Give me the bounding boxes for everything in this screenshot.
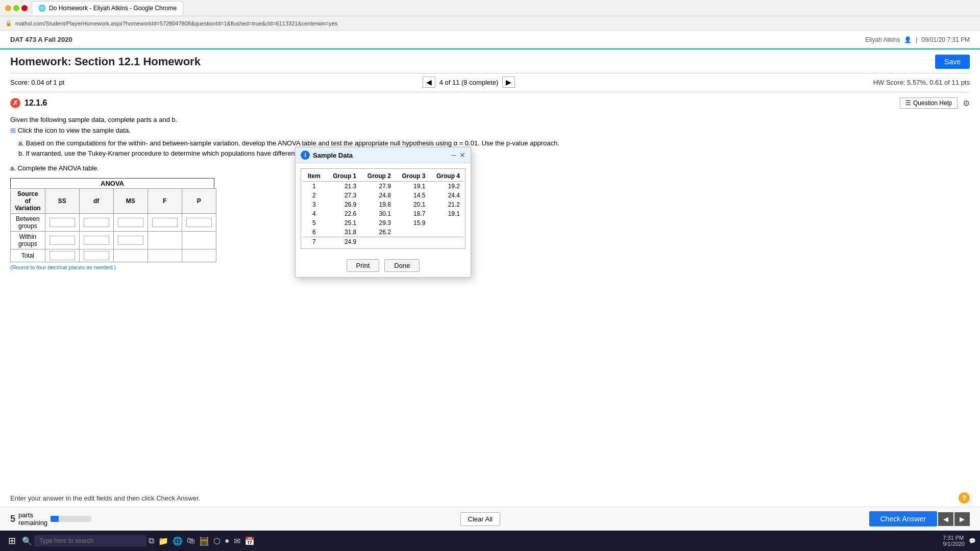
modal-controls: ─ ✕	[451, 151, 465, 159]
table-row: Total	[11, 249, 216, 262]
sample-table-header-row: Item Group 1 Group 2 Group 3 Group 4	[303, 171, 463, 182]
notification-icon[interactable]: 💬	[969, 538, 976, 544]
col-p: P	[182, 188, 216, 213]
tab-title: Do Homework - Eliyah Atkins - Google Chr…	[49, 5, 177, 12]
course-title: DAT 473 A Fall 2020	[10, 36, 72, 43]
sample-cell-2-4: 21.2	[428, 200, 463, 209]
within-df-input[interactable]	[84, 236, 109, 245]
hw-header: Homework: Section 12.1 Homework Save	[10, 55, 970, 69]
score-value: 0.04 of 1 pt	[31, 79, 64, 86]
total-p-empty	[182, 249, 216, 262]
nav-controls: ◀ 4 of 11 (8 complete) ▶	[423, 77, 516, 88]
close-button[interactable]	[21, 5, 28, 11]
part-b-label: b.	[18, 149, 24, 157]
sample-table-row: 227.324.814.524.4	[303, 191, 463, 200]
user-icon: 👤	[904, 36, 912, 43]
col-ss: SS	[45, 188, 79, 213]
file-explorer-icon[interactable]: 📁	[158, 536, 168, 546]
date-text: 9/1/2020	[943, 541, 965, 547]
bottom-instruction-bar: Enter your answer in the edit fields and…	[0, 488, 980, 508]
between-ms-input[interactable]	[118, 218, 143, 227]
task-view-icon[interactable]: ⧉	[149, 536, 154, 545]
sample-cell-0-0: 1	[303, 182, 325, 191]
start-button[interactable]: ⊞	[4, 533, 20, 548]
app5-icon[interactable]: ⬡	[213, 536, 220, 546]
between-f-input[interactable]	[152, 218, 178, 227]
taskbar-left: ⊞ 🔍 ⧉ 📁 🌐 🛍 🧮 ⬡ ● ✉ 📅	[4, 533, 255, 548]
parts-list: a. Based on the computations for the wit…	[18, 138, 970, 160]
sample-table-row: 121.327.919.119.2	[303, 182, 463, 191]
modal-titlebar: i Sample Data ─ ✕	[296, 147, 471, 163]
edge-icon[interactable]: 🌐	[173, 536, 183, 546]
within-ms-input[interactable]	[118, 236, 143, 245]
taskbar-right: 7:31 PM 9/1/2020 💬	[943, 535, 976, 547]
sample-table-row: 422.630.118.719.1	[303, 209, 463, 218]
question-help-button[interactable]: ☰ Question Help	[900, 97, 958, 109]
mail-icon[interactable]: ✉	[234, 536, 240, 546]
modal-close-button[interactable]: ✕	[459, 151, 465, 159]
next-arrow-button[interactable]: ▶	[954, 512, 970, 526]
restore-button[interactable]	[13, 5, 19, 11]
sample-table-row: 326.919.820.121.2	[303, 200, 463, 209]
prev-question-button[interactable]: ◀	[423, 77, 435, 88]
homework-title: Homework: Section 12.1 Homework	[10, 55, 201, 68]
sample-cell-1-3: 14.5	[394, 191, 429, 200]
sample-cell-3-2: 30.1	[359, 209, 394, 218]
modal-minimize-button[interactable]: ─	[451, 151, 456, 159]
minimize-button[interactable]	[5, 5, 11, 11]
sample-cell-1-0: 2	[303, 191, 325, 200]
chrome-icon[interactable]: ●	[225, 536, 230, 545]
sample-cell-0-3: 19.1	[394, 182, 429, 191]
bottom-action-bar: 5 parts remaining Clear All Check Answer…	[0, 507, 980, 531]
between-ss-input[interactable]	[50, 218, 75, 227]
question-instruction: Given the following sample data, complet…	[10, 115, 970, 126]
user-name: Eliyah Atkins	[865, 36, 900, 43]
done-button[interactable]: Done	[384, 259, 420, 272]
sample-cell-6-3	[394, 237, 429, 247]
sample-cell-4-3: 15.9	[394, 218, 429, 228]
check-answer-button[interactable]: Check Answer	[869, 511, 937, 527]
within-p-empty	[182, 231, 216, 249]
print-button[interactable]: Print	[347, 259, 380, 272]
prev-arrow-button[interactable]: ◀	[938, 512, 953, 526]
total-ss-input[interactable]	[50, 251, 75, 260]
browser-tab[interactable]: 🌐 Do Homework - Eliyah Atkins - Google C…	[32, 1, 183, 15]
col-group1: Group 1	[325, 171, 360, 182]
sample-cell-1-1: 27.3	[325, 191, 360, 200]
col-group2: Group 2	[359, 171, 394, 182]
anova-label: ANOVA	[10, 178, 214, 188]
total-df-input[interactable]	[84, 251, 109, 260]
sample-cell-3-3: 18.7	[394, 209, 429, 218]
gear-icon[interactable]: ⚙	[963, 98, 970, 108]
between-df-input[interactable]	[84, 218, 109, 227]
next-question-button[interactable]: ▶	[502, 77, 515, 88]
clear-all-button[interactable]: Clear All	[460, 512, 500, 526]
total-label: Total	[11, 249, 45, 262]
sample-cell-1-4: 24.4	[428, 191, 463, 200]
modal-body: Item Group 1 Group 2 Group 3 Group 4 121…	[296, 163, 471, 259]
between-p-input[interactable]	[186, 218, 212, 227]
total-f-empty	[148, 249, 182, 262]
main-content: Homework: Section 12.1 Homework Save Sco…	[0, 49, 980, 276]
table-row: Between groups	[11, 213, 216, 231]
lock-icon: 🔒	[5, 20, 12, 27]
divider-2	[10, 92, 970, 92]
sample-cell-3-1: 22.6	[325, 209, 360, 218]
within-ss-input[interactable]	[50, 236, 75, 245]
sample-data-icon[interactable]: ⊞	[10, 126, 16, 136]
sample-cell-6-2	[359, 237, 394, 247]
store-icon[interactable]: 🛍	[187, 536, 195, 545]
progress-bar-fill	[51, 516, 59, 522]
calendar-icon[interactable]: 📅	[244, 536, 255, 546]
sample-cell-2-2: 19.8	[359, 200, 394, 209]
taskbar-search-input[interactable]	[34, 535, 146, 546]
sample-cell-0-4: 19.2	[428, 182, 463, 191]
save-button[interactable]: Save	[935, 55, 970, 69]
calculator-icon[interactable]: 🧮	[199, 536, 209, 546]
separator: |	[916, 36, 917, 43]
sample-cell-5-0: 6	[303, 228, 325, 237]
parts-remaining-label: parts remaining	[18, 511, 47, 527]
nav-arrows: ◀ ▶	[938, 512, 970, 526]
help-icon[interactable]: ?	[959, 492, 970, 504]
modal-footer: Print Done	[296, 259, 471, 277]
